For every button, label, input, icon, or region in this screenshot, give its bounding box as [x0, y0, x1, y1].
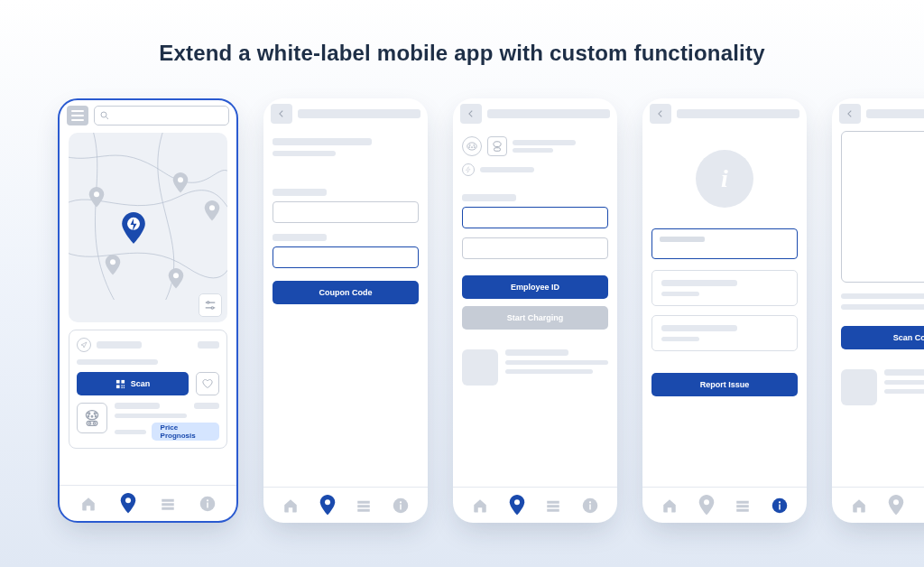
map-pin[interactable] — [105, 255, 121, 274]
tab-list[interactable] — [545, 497, 561, 514]
skeleton-text — [884, 369, 924, 376]
back-button[interactable] — [839, 104, 861, 124]
search-input[interactable] — [94, 106, 229, 125]
heart-icon — [202, 378, 213, 389]
tab-home[interactable] — [472, 497, 488, 514]
skeleton-text — [298, 109, 420, 118]
tab-home[interactable] — [80, 496, 97, 512]
tab-info[interactable] — [582, 497, 598, 514]
svg-point-57 — [704, 500, 709, 506]
svg-rect-60 — [737, 508, 750, 511]
skeleton-text — [115, 403, 160, 409]
ccs-plug-icon — [77, 403, 107, 433]
skeleton-text — [661, 292, 699, 296]
map-pin-selected[interactable] — [121, 212, 146, 243]
svg-point-22 — [88, 416, 89, 418]
nav-arrow-icon — [77, 338, 91, 352]
svg-point-44 — [474, 144, 475, 145]
svg-point-20 — [88, 413, 90, 414]
employee-id-input[interactable] — [462, 207, 608, 228]
topbar — [642, 98, 807, 129]
selected-input[interactable] — [273, 246, 419, 268]
svg-point-28 — [125, 498, 131, 504]
topbar — [60, 100, 236, 131]
coupon-code-button[interactable]: Coupon Code — [273, 281, 419, 304]
bottom-tabbar — [60, 485, 236, 521]
map-view[interactable] — [69, 133, 227, 322]
scan-button[interactable]: Scan — [77, 372, 189, 395]
text-input[interactable] — [462, 237, 608, 259]
svg-rect-30 — [162, 503, 174, 506]
svg-point-11 — [211, 307, 213, 309]
scan-viewfinder[interactable] — [841, 131, 924, 283]
svg-point-6 — [173, 273, 179, 278]
ccs-plug-icon — [487, 136, 507, 156]
tab-list[interactable] — [356, 497, 372, 514]
thumbnail — [462, 349, 498, 386]
start-charging-button[interactable]: Start Charging — [462, 306, 608, 330]
svg-point-63 — [779, 501, 781, 503]
map-pin[interactable] — [88, 187, 105, 207]
svg-rect-17 — [121, 386, 122, 387]
issue-details-card[interactable] — [651, 270, 798, 306]
tab-info[interactable] — [393, 497, 409, 514]
skeleton-text — [505, 360, 608, 365]
scan-code-button[interactable]: Scan Code — [841, 326, 924, 349]
tab-info[interactable] — [772, 497, 788, 514]
svg-rect-52 — [548, 505, 560, 507]
coupon-code-input[interactable] — [273, 201, 419, 223]
tab-home[interactable] — [851, 497, 867, 514]
svg-point-50 — [514, 500, 520, 506]
scan-code-label: Scan Code — [893, 333, 924, 342]
phones-row: Scan Price Prognosis — [58, 98, 924, 550]
svg-rect-49 — [494, 148, 501, 152]
tab-home[interactable] — [661, 497, 678, 514]
skeleton-text — [273, 151, 336, 156]
topbar — [453, 98, 617, 129]
tab-map[interactable] — [319, 497, 336, 514]
svg-rect-37 — [358, 505, 371, 507]
qr-icon — [116, 379, 125, 389]
map-pin[interactable] — [168, 268, 184, 288]
report-issue-label: Report Issue — [700, 380, 750, 389]
skeleton-text — [884, 380, 924, 385]
hamburger-icon[interactable] — [67, 106, 88, 125]
tab-list[interactable] — [735, 497, 751, 514]
svg-point-0 — [101, 112, 106, 117]
employee-id-button[interactable]: Employee ID — [462, 275, 608, 299]
tab-map[interactable] — [888, 497, 904, 514]
issue-details-card[interactable] — [651, 315, 798, 351]
price-prognosis-button[interactable]: Price Prognosis — [152, 423, 219, 441]
map-controls-button[interactable] — [199, 293, 222, 317]
svg-rect-62 — [779, 504, 781, 509]
svg-rect-40 — [400, 504, 402, 509]
bolt-icon — [462, 163, 475, 176]
back-button[interactable] — [650, 104, 671, 124]
svg-point-4 — [209, 205, 215, 210]
skeleton-text — [505, 349, 568, 356]
back-button[interactable] — [271, 104, 292, 124]
issue-type-input[interactable] — [651, 228, 798, 259]
chevron-left-icon — [277, 109, 286, 118]
map-pin[interactable] — [172, 172, 189, 192]
map-pin[interactable] — [204, 200, 220, 220]
tab-map[interactable] — [120, 496, 136, 512]
svg-rect-33 — [207, 502, 208, 507]
start-charging-label: Start Charging — [507, 313, 564, 322]
tab-map[interactable] — [509, 497, 525, 514]
tab-map[interactable] — [698, 497, 715, 514]
bottom-tabbar — [453, 487, 617, 523]
svg-rect-14 — [116, 385, 120, 388]
svg-point-2 — [94, 191, 99, 197]
back-button[interactable] — [460, 104, 482, 124]
svg-point-5 — [110, 259, 116, 265]
svg-point-21 — [94, 413, 96, 414]
skeleton-text — [661, 337, 699, 341]
svg-point-46 — [471, 147, 472, 148]
svg-point-24 — [95, 416, 97, 418]
tab-list[interactable] — [160, 496, 176, 512]
tab-info[interactable] — [199, 496, 216, 512]
report-issue-button[interactable]: Report Issue — [651, 373, 798, 396]
favorite-button[interactable] — [196, 372, 219, 395]
tab-home[interactable] — [282, 497, 299, 514]
